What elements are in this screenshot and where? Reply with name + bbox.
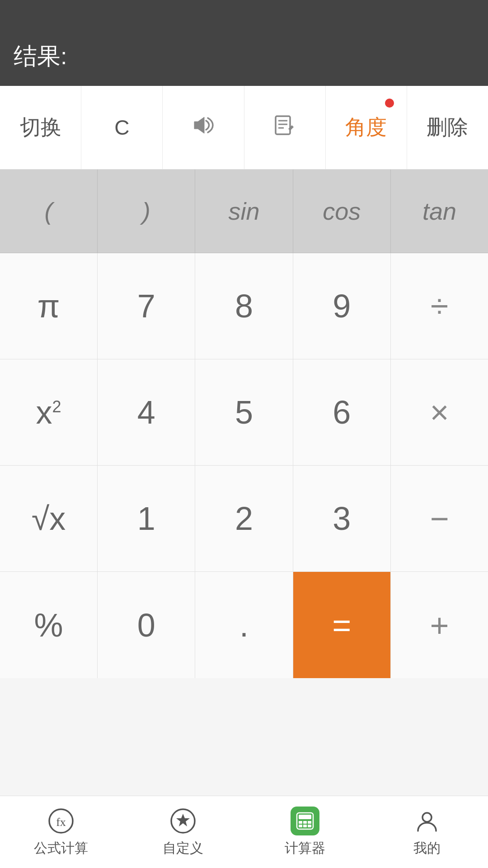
7-button[interactable]: 7 [98, 253, 195, 359]
row-789: π 7 8 9 ÷ [0, 253, 488, 359]
row-0: % 0 . = + [0, 572, 488, 678]
delete-label: 删除 [427, 113, 468, 142]
2-button[interactable]: 2 [195, 466, 293, 571]
calculator-icon [291, 807, 319, 835]
8-label: 8 [235, 288, 253, 325]
right-paren-button[interactable]: ) [98, 170, 195, 253]
divide-button[interactable]: ÷ [391, 253, 488, 359]
dot-button[interactable]: . [195, 572, 293, 678]
bottom-nav: fx 公式计算 自定义 计算器 [0, 796, 488, 868]
9-button[interactable]: 9 [293, 253, 391, 359]
custom-icon [169, 807, 197, 835]
pi-button[interactable]: π [0, 253, 98, 359]
0-button[interactable]: 0 [98, 572, 195, 678]
tan-button[interactable]: tan [391, 170, 488, 253]
speaker-button[interactable] [163, 86, 244, 169]
angle-button[interactable]: 角度 [326, 86, 407, 169]
2-label: 2 [235, 500, 253, 537]
3-label: 3 [333, 500, 351, 537]
speaker-icon [191, 113, 216, 143]
result-area: 结果: [0, 27, 488, 86]
nav-calculator[interactable]: 计算器 [244, 796, 366, 868]
svg-point-16 [422, 813, 432, 822]
divide-label: ÷ [431, 288, 449, 325]
toolbar: 切换 C 角度 删除 [0, 86, 488, 170]
plus-button[interactable]: + [391, 572, 488, 678]
svg-rect-10 [299, 821, 302, 824]
custom-label: 自定义 [163, 839, 203, 858]
formula-label: 公式计算 [34, 839, 88, 858]
multiply-label: × [430, 394, 449, 431]
multiply-button[interactable]: × [391, 359, 488, 465]
5-label: 5 [235, 394, 253, 431]
5-button[interactable]: 5 [195, 359, 293, 465]
percent-button[interactable]: % [0, 572, 98, 678]
formula-icon: fx [47, 807, 75, 835]
delete-button[interactable]: 删除 [407, 86, 488, 169]
right-paren-label: ) [142, 197, 150, 225]
equals-button[interactable]: = [293, 572, 391, 678]
mine-icon [413, 807, 441, 835]
row-123: √x 1 2 3 − [0, 466, 488, 572]
tan-label: tan [422, 197, 456, 225]
6-button[interactable]: 6 [293, 359, 391, 465]
minus-button[interactable]: − [391, 466, 488, 571]
minus-label: − [430, 500, 449, 537]
result-label: 结果: [14, 41, 67, 72]
nav-formula[interactable]: fx 公式计算 [0, 796, 122, 868]
red-dot-indicator [385, 99, 394, 108]
x2-label: x2 [36, 394, 61, 431]
equals-label: = [332, 607, 351, 644]
dot-label: . [239, 607, 249, 644]
6-label: 6 [333, 394, 351, 431]
row-456: x2 4 5 6 × [0, 359, 488, 466]
edit-icon [272, 113, 297, 143]
1-button[interactable]: 1 [98, 466, 195, 571]
sin-button[interactable]: sin [195, 170, 293, 253]
x2-button[interactable]: x2 [0, 359, 98, 465]
left-paren-button[interactable]: ( [0, 170, 98, 253]
left-paren-label: ( [45, 197, 53, 225]
scientific-row: ( ) sin cos tan [0, 170, 488, 253]
svg-marker-7 [176, 814, 190, 826]
edit-button[interactable] [244, 86, 326, 169]
svg-rect-0 [276, 116, 290, 134]
svg-rect-13 [299, 825, 302, 827]
clear-label: C [114, 115, 129, 140]
plus-label: + [430, 607, 449, 644]
calculator-label: 计算器 [285, 839, 325, 858]
3-button[interactable]: 3 [293, 466, 391, 571]
cos-label: cos [323, 197, 361, 225]
mine-label: 我的 [413, 839, 441, 858]
svg-rect-11 [303, 821, 307, 824]
cos-button[interactable]: cos [293, 170, 391, 253]
angle-label: 角度 [345, 113, 387, 142]
0-label: 0 [137, 607, 155, 644]
sqrt-button[interactable]: √x [0, 466, 98, 571]
svg-rect-15 [308, 825, 311, 827]
4-button[interactable]: 4 [98, 359, 195, 465]
svg-rect-12 [308, 821, 311, 824]
percent-label: % [34, 607, 63, 644]
svg-rect-14 [303, 825, 307, 827]
svg-rect-9 [299, 815, 311, 819]
switch-button[interactable]: 切换 [0, 86, 81, 169]
status-bar [0, 0, 488, 27]
sin-label: sin [228, 197, 259, 225]
svg-text:fx: fx [56, 816, 66, 829]
sqrt-label: √x [32, 500, 66, 537]
clear-button[interactable]: C [81, 86, 163, 169]
1-label: 1 [137, 500, 155, 537]
switch-label: 切换 [20, 113, 61, 142]
4-label: 4 [137, 394, 155, 431]
nav-custom[interactable]: 自定义 [122, 796, 244, 868]
8-button[interactable]: 8 [195, 253, 293, 359]
nav-mine[interactable]: 我的 [366, 796, 488, 868]
pi-label: π [38, 288, 60, 325]
7-label: 7 [137, 288, 155, 325]
9-label: 9 [333, 288, 351, 325]
